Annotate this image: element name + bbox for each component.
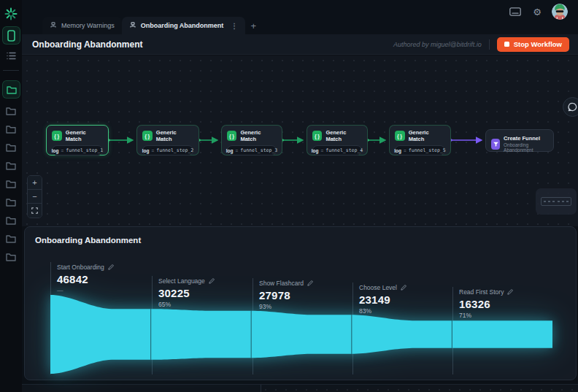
node-title: Generic Match <box>409 129 445 142</box>
step-conversion: — <box>57 287 114 294</box>
folder-icon[interactable] <box>6 216 16 225</box>
node-generic-match-5[interactable]: { }Generic Match log=funnel_step_5 <box>389 125 451 155</box>
folder-icon[interactable] <box>6 198 16 207</box>
step-conversion: 83% <box>359 307 406 315</box>
edit-pencil-icon[interactable] <box>507 289 513 295</box>
workflow-tab-icon <box>50 22 57 29</box>
node-title: Generic Match <box>156 129 193 142</box>
folder-icon[interactable] <box>6 253 16 261</box>
braces-icon: { } <box>395 131 405 141</box>
rail-divider <box>3 70 19 71</box>
node-title: Create Funnel <box>504 135 548 142</box>
node-title: Generic Match <box>240 129 277 142</box>
node-generic-match-4[interactable]: { }Generic Match log=funnel_step_4 <box>307 125 368 155</box>
funnel-step-start-onboarding: Start Onboarding 46842 — <box>57 264 114 294</box>
step-value: 46842 <box>57 273 114 285</box>
tab-menu-icon[interactable]: ⋮ <box>231 22 238 30</box>
folder-icon-active[interactable] <box>2 80 20 99</box>
next-section-canvas <box>261 385 578 392</box>
braces-icon: { } <box>52 131 62 141</box>
canvas-minimap[interactable] <box>536 188 577 215</box>
step-value: 23149 <box>359 293 406 306</box>
fit-view-button[interactable] <box>28 204 42 218</box>
keyboard-icon[interactable] <box>508 4 523 19</box>
next-section-divider <box>261 385 261 392</box>
settings-gear-icon[interactable]: ⚙ <box>530 4 544 19</box>
braces-icon: { } <box>312 131 322 141</box>
node-condition: log=funnel_step_1 <box>52 145 103 155</box>
edit-pencil-icon[interactable] <box>209 278 215 284</box>
new-tab-button[interactable]: + <box>245 17 261 34</box>
topbar-actions: ⚙ <box>508 4 568 20</box>
node-generic-match-2[interactable]: { }Generic Match log=funnel_step_2 <box>136 125 199 155</box>
folder-icon[interactable] <box>6 234 16 243</box>
funnel-icon <box>491 139 500 150</box>
tab-label: Memory Warnings <box>61 22 115 29</box>
stop-icon <box>504 42 509 47</box>
node-condition: log=funnel_step_5 <box>395 145 445 155</box>
device-nav-icon[interactable] <box>2 26 20 45</box>
step-conversion: 93% <box>259 303 313 310</box>
next-section-left <box>22 385 261 392</box>
workflow-header: Onboarding Abandonment Authored by migue… <box>22 34 578 55</box>
zoom-in-button[interactable]: + <box>28 176 42 190</box>
tab-onboarding-abandonment[interactable]: Onboarding Abandonment ⋮ <box>122 17 246 34</box>
node-title: Generic Match <box>66 129 103 142</box>
header-separator <box>489 39 490 50</box>
funnel-step-read-first-story: Read First Story 16326 71% <box>459 288 513 319</box>
workflow-canvas[interactable]: { }Generic Match log=funnel_step_1 { }Ge… <box>22 55 578 226</box>
folder-icon[interactable] <box>6 107 16 115</box>
chat-help-button[interactable] <box>563 97 578 117</box>
stop-label: Stop Workflow <box>514 40 562 48</box>
funnel-step-select-language: Select Language 30225 65% <box>158 277 215 308</box>
node-create-funnel[interactable]: Create Funnel Onboarding Abandonment <box>485 129 554 152</box>
minimap-viewport <box>541 197 571 206</box>
stop-workflow-button[interactable]: Stop Workflow <box>497 37 569 52</box>
node-condition: log=funnel_step_4 <box>312 145 362 155</box>
funnel-results-panel: Onboarding Abandonment Start Onboarding … <box>24 226 577 380</box>
node-subtitle: Onboarding Abandonment <box>504 142 548 153</box>
zoom-out-button[interactable]: − <box>28 190 42 204</box>
braces-icon: { } <box>142 131 153 141</box>
authored-by-text: Authored by miguel@bitdrift.io <box>393 41 482 48</box>
funnel-step-choose-level: Choose Level 23149 83% <box>359 284 406 315</box>
step-value: 27978 <box>259 289 313 301</box>
workflow-title: Onboarding Abandonment <box>32 39 143 50</box>
edit-pencil-icon[interactable] <box>401 285 406 291</box>
funnel-title: Onboarding Abandonment <box>35 236 141 245</box>
left-rail <box>0 0 22 392</box>
funnel-step-show-flashcard: Show Flashcard 27978 93% <box>259 280 313 310</box>
tab-memory-warnings[interactable]: Memory Warnings <box>42 17 122 34</box>
braces-icon: { } <box>227 131 236 141</box>
folder-icon[interactable] <box>6 180 16 188</box>
top-bar: Memory Warnings Onboarding Abandonment ⋮… <box>22 0 578 34</box>
user-avatar[interactable] <box>552 4 568 20</box>
speech-bubble-icon <box>568 102 577 112</box>
step-value: 30225 <box>158 287 215 299</box>
edit-pencil-icon[interactable] <box>307 280 313 286</box>
step-conversion: 65% <box>158 301 215 308</box>
folder-icon[interactable] <box>6 143 16 152</box>
workflow-tab-icon <box>129 22 136 29</box>
bitdrift-logo-icon[interactable] <box>2 5 20 23</box>
tab-label: Onboarding Abandonment <box>141 22 224 29</box>
node-title: Generic Match <box>325 129 362 142</box>
step-conversion: 71% <box>459 312 513 319</box>
canvas-zoom-controls: + − <box>27 175 42 218</box>
edit-pencil-icon[interactable] <box>108 264 114 270</box>
node-condition: log=funnel_step_3 <box>227 145 277 155</box>
folder-icon[interactable] <box>6 125 16 134</box>
node-generic-match-1[interactable]: { }Generic Match log=funnel_step_1 <box>46 125 109 155</box>
bitdrift-app: Memory Warnings Onboarding Abandonment ⋮… <box>0 0 578 392</box>
node-generic-match-3[interactable]: { }Generic Match log=funnel_step_3 <box>221 125 282 155</box>
node-condition: log=funnel_step_2 <box>142 145 193 155</box>
list-nav-icon[interactable] <box>2 47 20 65</box>
folder-icon[interactable] <box>6 161 16 170</box>
tab-strip: Memory Warnings Onboarding Abandonment ⋮… <box>42 16 261 34</box>
step-value: 16326 <box>459 298 513 310</box>
